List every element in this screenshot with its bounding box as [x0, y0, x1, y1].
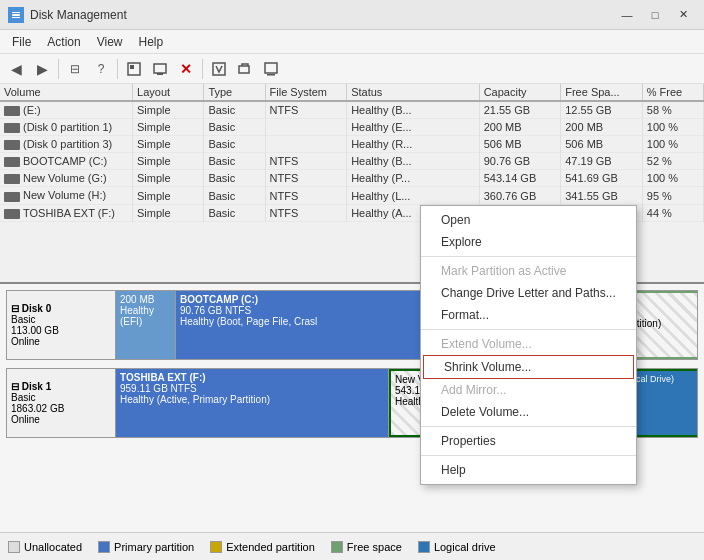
disk-1-toshiba[interactable]: TOSHIBA EXT (F:) 959.11 GB NTFS Healthy …: [116, 369, 389, 437]
legend-swatch-logical: [418, 541, 430, 553]
cell-pct: 52 %: [642, 153, 703, 170]
ctx-item-shrink-volume[interactable]: Shrink Volume...: [423, 355, 634, 379]
context-menu: OpenExploreMark Partition as ActiveChang…: [420, 205, 637, 485]
back-button[interactable]: ◀: [4, 57, 28, 81]
cell-type: Basic: [204, 187, 265, 204]
ctx-item-help[interactable]: Help: [421, 459, 636, 481]
col-header-status[interactable]: Status: [347, 84, 480, 101]
col-header-type[interactable]: Type: [204, 84, 265, 101]
col-header-volume[interactable]: Volume: [0, 84, 133, 101]
toolbar: ◀ ▶ ⊟ ? ✕: [0, 54, 704, 84]
ctx-item-open[interactable]: Open: [421, 209, 636, 231]
toolbar-btn-2[interactable]: ?: [89, 57, 113, 81]
cell-type: Basic: [204, 101, 265, 119]
toolbar-sep-1: [58, 59, 59, 79]
svg-rect-1: [12, 14, 20, 16]
cell-type: Basic: [204, 204, 265, 221]
ctx-item-change-drive-letter-and-paths[interactable]: Change Drive Letter and Paths...: [421, 282, 636, 304]
legend-logical: Logical drive: [418, 541, 496, 553]
cell-volume: New Volume (H:): [0, 187, 133, 204]
disk-0-efi[interactable]: 200 MB Healthy (EFI): [116, 291, 176, 359]
col-header-pct[interactable]: % Free: [642, 84, 703, 101]
cell-volume: (Disk 0 partition 3): [0, 136, 133, 153]
cell-type: Basic: [204, 170, 265, 187]
cell-free: 541.69 GB: [561, 170, 643, 187]
forward-button[interactable]: ▶: [30, 57, 54, 81]
cell-volume: (Disk 0 partition 1): [0, 119, 133, 136]
cell-pct: 95 %: [642, 187, 703, 204]
col-header-free[interactable]: Free Spa...: [561, 84, 643, 101]
col-header-capacity[interactable]: Capacity: [479, 84, 561, 101]
toolbar-btn-7[interactable]: [259, 57, 283, 81]
cell-volume: TOSHIBA EXT (F:): [0, 204, 133, 221]
close-button[interactable]: ✕: [670, 5, 696, 25]
toolbar-btn-1[interactable]: ⊟: [63, 57, 87, 81]
svg-rect-9: [239, 66, 249, 73]
cell-pct: 100 %: [642, 119, 703, 136]
cell-fs: NTFS: [265, 101, 347, 119]
legend-swatch-free: [331, 541, 343, 553]
table-row[interactable]: (Disk 0 partition 1) Simple Basic Health…: [0, 119, 704, 136]
cell-type: Basic: [204, 119, 265, 136]
minimize-button[interactable]: —: [614, 5, 640, 25]
cell-volume: New Volume (G:): [0, 170, 133, 187]
table-row[interactable]: (E:) Simple Basic NTFS Healthy (B... 21.…: [0, 101, 704, 119]
menu-file[interactable]: File: [4, 33, 39, 51]
menu-action[interactable]: Action: [39, 33, 88, 51]
ctx-item-properties[interactable]: Properties: [421, 430, 636, 452]
disk-1-toshiba-label: TOSHIBA EXT (F:): [120, 372, 384, 383]
disk-0-status: Online: [11, 336, 111, 347]
cell-status: Healthy (B...: [347, 153, 480, 170]
toolbar-sep-3: [202, 59, 203, 79]
disk-0-type: Basic: [11, 314, 111, 325]
table-row[interactable]: (Disk 0 partition 3) Simple Basic Health…: [0, 136, 704, 153]
ctx-item-explore[interactable]: Explore: [421, 231, 636, 253]
cell-capacity: 360.76 GB: [479, 187, 561, 204]
cell-fs: [265, 136, 347, 153]
menu-help[interactable]: Help: [131, 33, 172, 51]
cell-status: Healthy (B...: [347, 101, 480, 119]
cell-type: Basic: [204, 136, 265, 153]
menu-view[interactable]: View: [89, 33, 131, 51]
cell-pct: 100 %: [642, 136, 703, 153]
legend-free: Free space: [331, 541, 402, 553]
cell-volume: BOOTCAMP (C:): [0, 153, 133, 170]
cell-free: 341.55 GB: [561, 187, 643, 204]
table-row[interactable]: New Volume (H:) Simple Basic NTFS Health…: [0, 187, 704, 204]
cell-pct: 44 %: [642, 204, 703, 221]
legend: Unallocated Primary partition Extended p…: [0, 532, 704, 560]
ctx-separator: [421, 455, 636, 456]
toolbar-btn-4[interactable]: [148, 57, 172, 81]
disk-0-size: 113.00 GB: [11, 325, 111, 336]
cell-status: Healthy (E...: [347, 119, 480, 136]
disk-0-info: ⊟ Disk 0 Basic 113.00 GB Online: [6, 290, 116, 360]
cell-fs: [265, 119, 347, 136]
disk-0-efi-status: Healthy (EFI): [120, 305, 171, 327]
legend-label-primary: Primary partition: [114, 541, 194, 553]
ctx-item-format[interactable]: Format...: [421, 304, 636, 326]
col-header-fs[interactable]: File System: [265, 84, 347, 101]
ctx-separator: [421, 329, 636, 330]
ctx-item-delete-volume[interactable]: Delete Volume...: [421, 401, 636, 423]
toolbar-btn-3[interactable]: [122, 57, 146, 81]
col-header-layout[interactable]: Layout: [133, 84, 204, 101]
delete-button[interactable]: ✕: [174, 57, 198, 81]
ctx-item-extend-volume: Extend Volume...: [421, 333, 636, 355]
toolbar-btn-6[interactable]: [233, 57, 257, 81]
legend-label-logical: Logical drive: [434, 541, 496, 553]
disk-1-info: ⊟ Disk 1 Basic 1863.02 GB Online: [6, 368, 116, 438]
disk-1-toshiba-size: 959.11 GB NTFS: [120, 383, 384, 394]
cell-layout: Simple: [133, 170, 204, 187]
cell-layout: Simple: [133, 119, 204, 136]
cell-fs: NTFS: [265, 170, 347, 187]
cell-capacity: 543.14 GB: [479, 170, 561, 187]
disk-1-toshiba-status: Healthy (Active, Primary Partition): [120, 394, 384, 405]
toolbar-btn-5[interactable]: [207, 57, 231, 81]
cell-status: Healthy (L...: [347, 187, 480, 204]
legend-extended: Extended partition: [210, 541, 315, 553]
table-row[interactable]: BOOTCAMP (C:) Simple Basic NTFS Healthy …: [0, 153, 704, 170]
app-icon: [8, 7, 24, 23]
maximize-button[interactable]: □: [642, 5, 668, 25]
table-row[interactable]: New Volume (G:) Simple Basic NTFS Health…: [0, 170, 704, 187]
cell-layout: Simple: [133, 204, 204, 221]
